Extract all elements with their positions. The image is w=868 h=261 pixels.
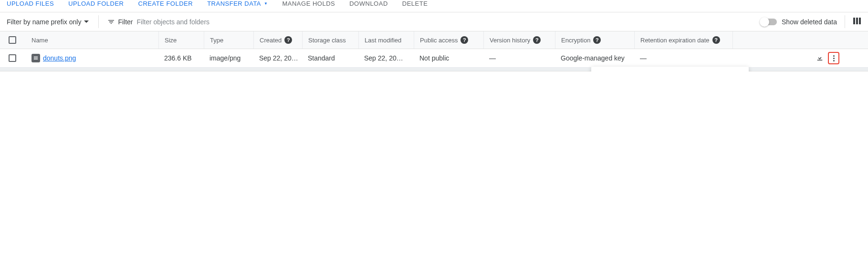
col-created[interactable]: Created? — [253, 31, 302, 49]
col-public-access[interactable]: Public access? — [414, 31, 483, 49]
svg-rect-4 — [34, 58, 38, 58]
svg-rect-5 — [34, 59, 38, 60]
col-type[interactable]: Type — [204, 31, 253, 49]
file-name-link[interactable]: donuts.png — [43, 54, 76, 62]
col-version-history-label: Version history — [490, 37, 530, 44]
help-icon[interactable]: ? — [533, 36, 541, 44]
help-icon[interactable]: ? — [712, 36, 720, 44]
col-retention-label: Retention expiration date — [640, 37, 710, 44]
file-icon — [31, 54, 40, 62]
cell-version-history: — — [483, 50, 555, 66]
svg-rect-2 — [859, 18, 861, 24]
table-header-row: Name Size Type Created? Storage class La… — [0, 31, 868, 49]
filter-bar: Filter by name prefix only Filter Show d… — [0, 12, 868, 31]
filter-mode-label: Filter by name prefix only — [7, 18, 81, 26]
menu-download[interactable]: Download — [591, 70, 749, 71]
help-icon[interactable]: ? — [460, 36, 468, 44]
row-checkbox[interactable] — [9, 54, 16, 62]
col-retention-expiration[interactable]: Retention expiration date? — [634, 31, 732, 49]
col-created-label: Created — [260, 37, 282, 44]
upload-files-button[interactable]: UPLOAD FILES — [7, 0, 54, 7]
col-storage-class[interactable]: Storage class — [302, 31, 358, 49]
filter-text: Filter — [118, 18, 133, 26]
col-size[interactable]: Size — [158, 31, 204, 49]
object-context-menu: Download Copy Authenticated URL Copy gsu… — [591, 67, 749, 71]
action-toolbar: UPLOAD FILES UPLOAD FOLDER CREATE FOLDER… — [0, 0, 868, 12]
svg-rect-0 — [853, 18, 855, 24]
cell-storage-class: Standard — [302, 50, 358, 66]
filter-icon — [107, 18, 115, 26]
more-actions-button[interactable] — [829, 53, 838, 63]
col-public-access-label: Public access — [420, 37, 458, 44]
filter-mode-dropdown[interactable]: Filter by name prefix only — [7, 15, 99, 28]
svg-rect-3 — [34, 57, 38, 57]
col-last-modified[interactable]: Last modified — [358, 31, 414, 49]
create-folder-button[interactable]: CREATE FOLDER — [138, 0, 193, 7]
upload-folder-button[interactable]: UPLOAD FOLDER — [68, 0, 124, 7]
cell-public-access: Not public — [414, 50, 483, 66]
cell-retention: — — [634, 50, 732, 66]
select-all-checkbox[interactable] — [9, 36, 16, 44]
chevron-down-icon — [84, 20, 89, 23]
objects-table: Name Size Type Created? Storage class La… — [0, 31, 868, 71]
show-deleted-toggle[interactable] — [761, 19, 777, 25]
cell-encryption: Google-managed key — [555, 50, 634, 66]
filter-input[interactable] — [137, 18, 761, 26]
svg-rect-6 — [817, 60, 823, 60]
manage-holds-button[interactable]: MANAGE HOLDS — [282, 0, 335, 7]
col-version-history[interactable]: Version history? — [483, 31, 555, 49]
table-row[interactable]: donuts.png 236.6 KB image/png Sep 22, 20… — [0, 49, 868, 68]
svg-rect-1 — [856, 18, 858, 24]
columns-icon — [853, 17, 861, 25]
cell-size: 236.6 KB — [158, 50, 204, 66]
vertical-dots-icon — [833, 55, 835, 61]
transfer-data-button[interactable]: TRANSFER DATA ▼ — [207, 0, 268, 7]
show-deleted-label: Show deleted data — [782, 18, 837, 26]
cell-created: Sep 22, 20… — [253, 50, 302, 66]
show-deleted-toggle-group: Show deleted data — [761, 15, 845, 28]
download-icon — [816, 53, 824, 62]
chevron-down-icon: ▼ — [264, 1, 268, 6]
filter-label: Filter — [107, 18, 133, 26]
download-object-button[interactable] — [816, 53, 824, 63]
cell-type: image/png — [204, 50, 253, 66]
help-icon[interactable]: ? — [593, 36, 601, 44]
col-name[interactable]: Name — [26, 37, 158, 44]
col-encryption-label: Encryption — [561, 37, 590, 44]
column-display-button[interactable] — [853, 17, 861, 27]
help-icon[interactable]: ? — [284, 36, 292, 44]
transfer-data-label: TRANSFER DATA — [207, 0, 261, 7]
delete-button[interactable]: DELETE — [402, 0, 428, 7]
cell-last-modified: Sep 22, 20… — [358, 50, 414, 66]
download-button[interactable]: DOWNLOAD — [349, 0, 388, 7]
col-encryption[interactable]: Encryption? — [555, 31, 634, 49]
